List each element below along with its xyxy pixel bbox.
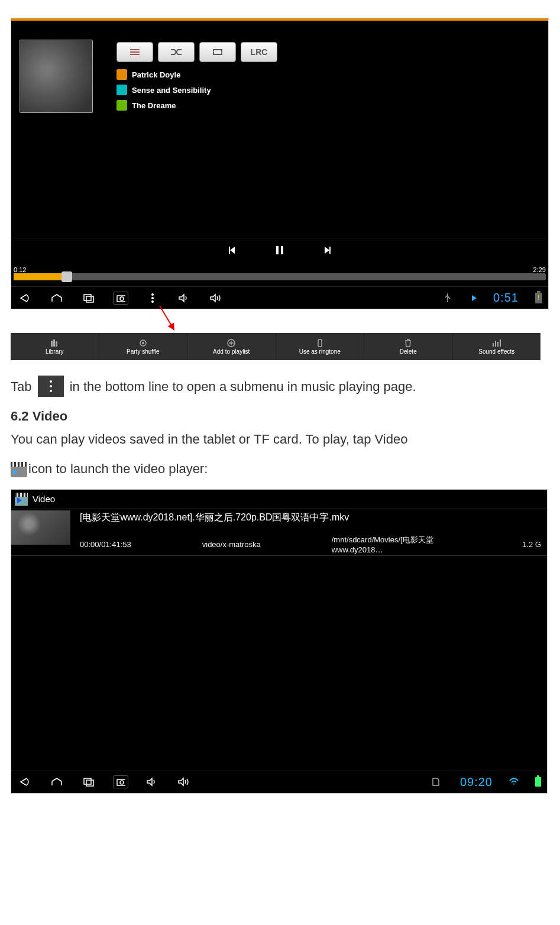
recent-icon — [83, 777, 95, 787]
recent-button[interactable] — [81, 775, 96, 788]
kebab-icon — [151, 293, 154, 303]
home-icon — [50, 293, 63, 303]
document-body: Tab in the bottom line to open a submenu… — [11, 377, 549, 478]
equalizer-icon — [492, 339, 501, 347]
artist-icon — [116, 69, 127, 80]
prev-button[interactable] — [226, 244, 238, 256]
volume-down-button[interactable] — [145, 775, 160, 788]
svg-rect-10 — [86, 296, 93, 302]
home-icon — [50, 777, 63, 787]
submenu-sound-effects[interactable]: Sound effects — [453, 333, 541, 360]
home-button[interactable] — [49, 775, 64, 788]
svg-point-12 — [120, 297, 124, 300]
svg-rect-31 — [500, 339, 501, 347]
submenu-library[interactable]: Library — [11, 333, 99, 360]
shuffle-button[interactable] — [158, 42, 195, 62]
screenshot-button[interactable] — [113, 775, 128, 788]
home-button[interactable] — [49, 292, 64, 305]
progress-bar[interactable] — [11, 273, 548, 282]
lrc-button[interactable]: LRC — [241, 42, 277, 62]
album-row[interactable]: Sense and Sensibility — [116, 85, 211, 95]
submenu-add-playlist[interactable]: Add to playlist — [187, 333, 276, 360]
svg-rect-5 — [276, 246, 279, 254]
status-clock: 0:51 — [493, 291, 519, 305]
svg-rect-33 — [86, 780, 93, 786]
track-info: Patrick Doyle Sense and Sensibility The … — [116, 69, 211, 115]
playlist-button[interactable] — [116, 42, 153, 62]
add-playlist-icon — [226, 339, 236, 347]
submenu-label: Use as ringtone — [299, 348, 341, 355]
submenu-label: Library — [46, 348, 64, 355]
volume-up-icon — [209, 293, 224, 303]
video-player-screenshot: Video [电影天堂www.dy2018.net].华丽之后.720p.BD国… — [11, 489, 548, 794]
repeat-button[interactable] — [199, 42, 236, 62]
battery-icon: ! — [535, 293, 542, 303]
repeat-icon — [211, 48, 224, 56]
svg-point-35 — [120, 781, 124, 784]
submenu-party-shuffle[interactable]: Party shuffle — [99, 333, 188, 360]
submenu-label: Party shuffle — [127, 348, 159, 355]
artist-row[interactable]: Patrick Doyle — [116, 69, 211, 80]
progress-thumb[interactable] — [61, 271, 72, 282]
play-indicator-icon — [472, 295, 477, 301]
artist-name: Patrick Doyle — [132, 70, 180, 79]
video-header: Video — [11, 490, 547, 509]
recent-button[interactable] — [81, 292, 96, 305]
player-toolbar: LRC — [116, 42, 277, 62]
submenu-delete[interactable]: Delete — [364, 333, 453, 360]
svg-marker-37 — [179, 778, 183, 785]
svg-rect-20 — [53, 339, 55, 347]
system-navbar: 0:51 ! — [11, 286, 548, 309]
status-clock: 09:20 — [460, 775, 493, 789]
volume-down-icon — [178, 293, 191, 303]
track-row[interactable]: The Dreame — [116, 100, 211, 111]
time-elapsed: 0:12 — [14, 266, 26, 273]
list-icon — [129, 48, 141, 56]
next-button[interactable] — [321, 244, 333, 256]
submenu-label: Delete — [400, 348, 417, 355]
volume-up-button[interactable] — [209, 292, 224, 305]
camera-icon — [116, 778, 125, 786]
time-total: 2:29 — [533, 266, 546, 273]
pause-button[interactable] — [274, 244, 286, 256]
music-submenu: Library Party shuffle Add to playlist Us… — [11, 333, 540, 360]
svg-point-15 — [151, 300, 154, 303]
screenshot-button[interactable] — [113, 292, 128, 305]
svg-marker-36 — [147, 778, 152, 785]
volume-down-button[interactable] — [177, 292, 192, 305]
video-thumbnail — [11, 510, 70, 545]
video-app-icon — [11, 462, 27, 477]
svg-rect-19 — [51, 341, 53, 347]
shuffle-icon — [170, 48, 183, 56]
album-art — [20, 40, 93, 113]
camera-icon — [116, 294, 125, 302]
submenu-instruction: Tab in the bottom line to open a submenu… — [11, 377, 549, 398]
submenu-ringtone[interactable]: Use as ringtone — [276, 333, 365, 360]
video-list-item[interactable]: [电影天堂www.dy2018.net].华丽之后.720p.BD国粤双语中字.… — [11, 509, 547, 556]
skip-prev-icon — [228, 245, 237, 255]
progress-fill — [14, 273, 67, 280]
back-button[interactable] — [17, 292, 33, 305]
svg-marker-16 — [179, 295, 184, 302]
menu-button[interactable] — [145, 292, 160, 305]
music-player-screenshot: LRC Patrick Doyle Sense and Sensibility … — [11, 18, 549, 309]
svg-marker-7 — [325, 247, 329, 254]
system-navbar-video: 09:20 — [11, 771, 547, 793]
pause-icon — [276, 245, 284, 255]
volume-down-icon — [146, 777, 159, 787]
svg-point-13 — [151, 293, 154, 296]
back-button[interactable] — [17, 775, 33, 788]
submenu-label: Sound effects — [478, 348, 514, 355]
video-size: 1.2 G — [522, 540, 547, 549]
back-icon — [18, 293, 31, 303]
kebab-icon-inline — [38, 376, 64, 397]
video-instruction-b: icon to launch the video player: — [11, 460, 549, 478]
battery-icon — [535, 777, 541, 787]
video-path: /mnt/sdcard/Movies/[电影天堂www.dy2018… — [332, 535, 451, 554]
track-icon — [116, 100, 127, 111]
svg-rect-6 — [281, 246, 283, 254]
video-title: [电影天堂www.dy2018.net].华丽之后.720p.BD国粤双语中字.… — [80, 510, 547, 524]
annotation-arrow — [11, 309, 549, 333]
svg-marker-17 — [211, 295, 215, 302]
volume-up-button[interactable] — [177, 775, 192, 788]
